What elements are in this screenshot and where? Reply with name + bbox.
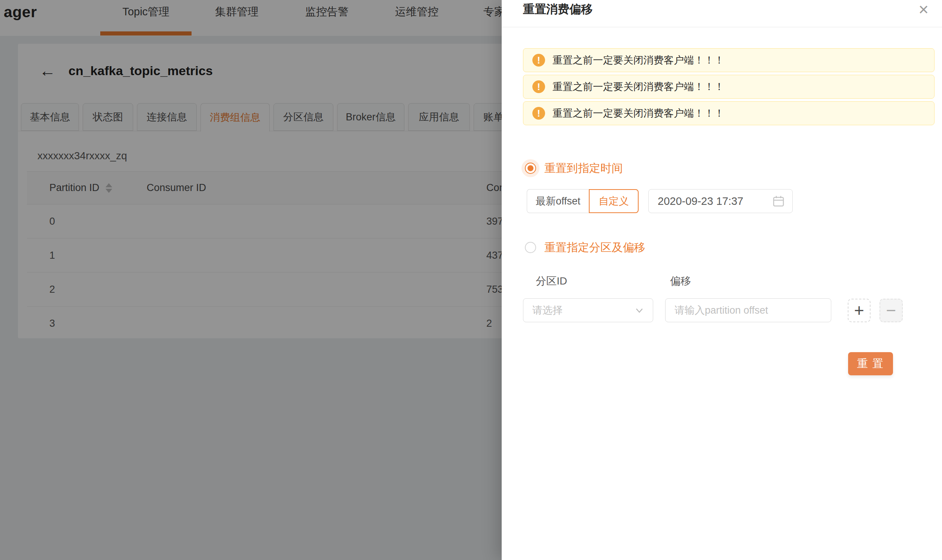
radio-reset-partition-offset[interactable]: 重置指定分区及偏移 — [525, 241, 942, 254]
chevron-down-icon — [634, 305, 644, 315]
radio-reset-to-time-label[interactable]: 重置到指定时间 — [544, 161, 623, 176]
datetime-value: 2020-09-23 17:37 — [658, 195, 743, 208]
offset-mode-row: 最新offset 自定义 2020-09-23 17:37 — [527, 189, 942, 213]
partition-id-select[interactable]: 请选择 — [523, 298, 653, 322]
datetime-picker[interactable]: 2020-09-23 17:37 — [648, 189, 793, 213]
warning-alert: ! 重置之前一定要关闭消费客户端！！！ — [523, 48, 934, 72]
radio-checked-icon[interactable] — [525, 163, 536, 174]
drawer-header: 重置消费偏移 × — [502, 0, 942, 27]
latest-offset-button[interactable]: 最新offset — [527, 189, 589, 213]
remove-row-button[interactable]: − — [880, 299, 903, 322]
partition-id-label: 分区ID — [536, 274, 567, 288]
radio-unchecked-icon[interactable] — [525, 242, 536, 253]
plus-icon: + — [854, 302, 864, 319]
close-icon[interactable]: × — [919, 1, 928, 18]
reset-offset-drawer: 重置消费偏移 × ! 重置之前一定要关闭消费客户端！！！ ! 重置之前一定要关闭… — [502, 0, 942, 560]
add-row-button[interactable]: + — [848, 299, 871, 322]
radio-reset-to-time[interactable]: 重置到指定时间 — [525, 162, 942, 175]
drawer-body: ! 重置之前一定要关闭消费客户端！！！ ! 重置之前一定要关闭消费客户端！！！ … — [502, 48, 942, 375]
warning-text: 重置之前一定要关闭消费客户端！！！ — [553, 106, 724, 120]
warning-text: 重置之前一定要关闭消费客户端！！！ — [553, 80, 724, 94]
warning-alert: ! 重置之前一定要关闭消费客户端！！！ — [523, 101, 934, 125]
warning-text: 重置之前一定要关闭消费客户端！！！ — [553, 54, 724, 67]
warning-icon: ! — [532, 54, 545, 66]
warning-icon: ! — [532, 80, 545, 93]
radio-reset-partition-offset-label[interactable]: 重置指定分区及偏移 — [544, 240, 645, 255]
calendar-icon — [772, 195, 785, 208]
app-root: ager Topic管理 集群管理 监控告警 运维管控 专家 ← cn_kafk… — [0, 0, 942, 560]
submit-row: 重 置 — [523, 352, 942, 375]
minus-icon: − — [886, 302, 896, 319]
offset-label: 偏移 — [670, 274, 691, 288]
offset-input[interactable] — [665, 298, 831, 322]
select-placeholder: 请选择 — [532, 303, 563, 317]
partition-offset-fields: 请选择 + − — [523, 298, 942, 322]
warning-icon: ! — [532, 107, 545, 120]
warning-alert: ! 重置之前一定要关闭消费客户端！！！ — [523, 75, 934, 99]
custom-offset-button[interactable]: 自定义 — [589, 189, 638, 213]
reset-submit-button[interactable]: 重 置 — [848, 352, 893, 375]
field-labels-row: 分区ID 偏移 — [523, 274, 942, 287]
drawer-title: 重置消费偏移 — [523, 2, 593, 17]
